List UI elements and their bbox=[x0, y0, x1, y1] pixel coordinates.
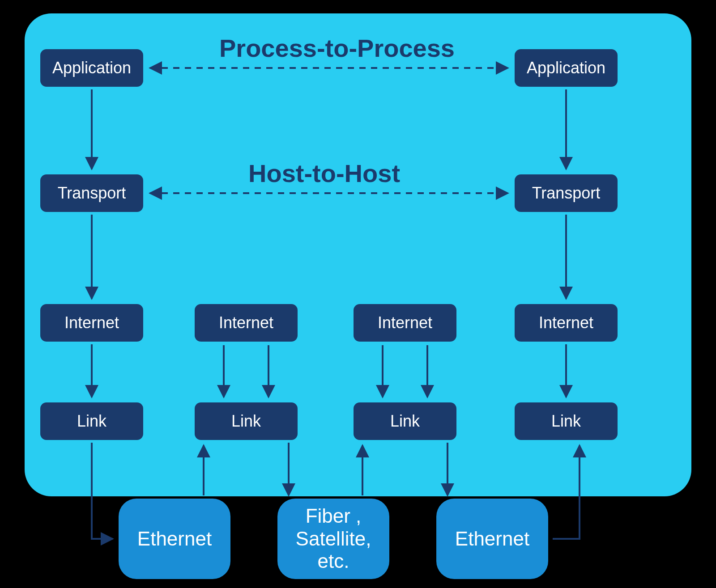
label: Internet bbox=[539, 313, 593, 332]
box-mid2-internet: Internet bbox=[354, 304, 456, 342]
label: Transport bbox=[58, 184, 126, 203]
label: Application bbox=[52, 59, 131, 77]
box-left-application: Application bbox=[40, 49, 143, 87]
label: Ethernet bbox=[455, 528, 529, 550]
label: Application bbox=[527, 59, 605, 77]
label: Internet bbox=[219, 313, 273, 332]
box-medium-ethernet1: Ethernet bbox=[119, 499, 230, 579]
box-right-link: Link bbox=[515, 402, 618, 440]
box-right-internet: Internet bbox=[515, 304, 618, 342]
label: Transport bbox=[532, 184, 601, 203]
box-right-application: Application bbox=[515, 49, 618, 87]
box-mid1-internet: Internet bbox=[195, 304, 298, 342]
box-left-internet: Internet bbox=[40, 304, 143, 342]
label: Fiber , Satellite, etc. bbox=[282, 505, 385, 573]
label: Internet bbox=[378, 313, 432, 332]
label: Link bbox=[551, 412, 581, 431]
label: Link bbox=[390, 412, 420, 431]
box-medium-ethernet2: Ethernet bbox=[436, 499, 548, 579]
label: Link bbox=[231, 412, 261, 431]
box-right-transport: Transport bbox=[515, 174, 618, 212]
label: Link bbox=[77, 412, 107, 431]
diagram-canvas: Application Transport Internet Link Inte… bbox=[0, 0, 716, 588]
label-host-to-host: Host-to-Host bbox=[248, 159, 400, 188]
box-medium-fiber: Fiber , Satellite, etc. bbox=[277, 499, 389, 579]
box-left-link: Link bbox=[40, 402, 143, 440]
label-process-to-process: Process-to-Process bbox=[219, 34, 455, 63]
label: Internet bbox=[64, 313, 119, 332]
label: Ethernet bbox=[137, 528, 212, 550]
box-mid1-link: Link bbox=[195, 402, 298, 440]
box-left-transport: Transport bbox=[40, 174, 143, 212]
box-mid2-link: Link bbox=[354, 402, 456, 440]
